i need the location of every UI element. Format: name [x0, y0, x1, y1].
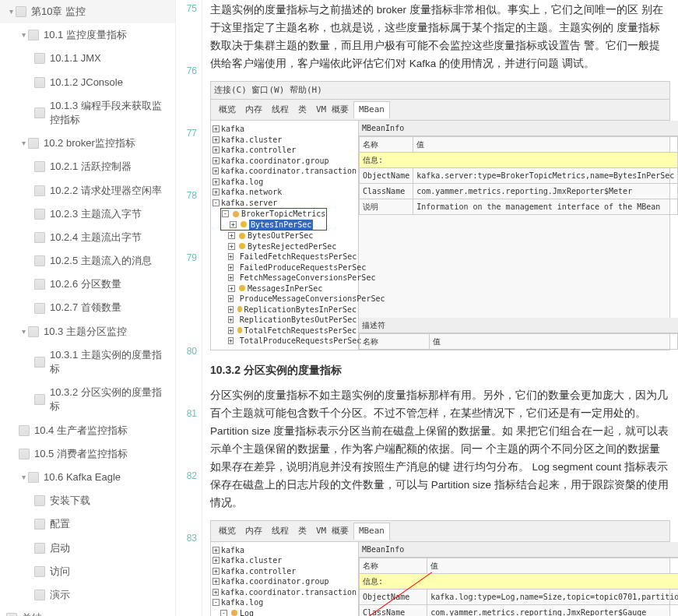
- mbean-tree-2: +kafka +kafka.cluster +kafka.controller …: [211, 542, 359, 616]
- main-content: 主题实例的度量指标与之前描述的 broker 度量指标非常相似。事实上，它们之间…: [202, 0, 678, 616]
- toc-summary[interactable]: 总结: [0, 607, 175, 616]
- toc-10-2-5[interactable]: 10.2.5 主题流入的消息: [0, 249, 175, 273]
- toc-10-3-2[interactable]: 10.3.2 分区实例的度量指标: [0, 381, 175, 418]
- line-number-gutter: 757677787980818283: [176, 0, 202, 616]
- mbean-tree: +kafka +kafka.cluster +kafka.controller …: [211, 121, 359, 350]
- toc-chapter-10[interactable]: ▾第10章 监控: [0, 0, 175, 23]
- jconsole-screenshot-2: 概览内存线程类VM 概要MBean +kafka +kafka.cluster …: [210, 520, 670, 616]
- toc-10-1-3[interactable]: 10.1.3 编程手段来获取监控指标: [0, 94, 175, 132]
- toc-10-2-1[interactable]: 10.2.1 活跃控制器: [0, 155, 175, 178]
- sidebar-toc[interactable]: ▾第10章 监控 ▾10.1 监控度量指标 10.1.1 JMX 10.1.2 …: [0, 0, 176, 616]
- jconsole-tabs-2: 概览内存线程类VM 概要MBean: [211, 521, 669, 542]
- toc-10-1[interactable]: ▾10.1 监控度量指标: [0, 23, 175, 47]
- toc-10-2[interactable]: ▾10.2 broker监控指标: [0, 132, 175, 155]
- toc-10-3[interactable]: ▾10.3 主题分区监控: [0, 320, 175, 343]
- jconsole-menu: 连接(C) 窗口(W) 帮助(H): [211, 82, 669, 100]
- toc-10-2-3[interactable]: 10.2.3 主题流入字节: [0, 202, 175, 226]
- heading-10-3-2: 10.3.2 分区实例的度量指标: [210, 361, 670, 380]
- toc-10-1-2[interactable]: 10.1.2 JConsole: [0, 71, 175, 94]
- paragraph-partition-metrics: 分区实例的度量指标不如主题实例的度量指标那样有用。另外，它们的数量会更加庞大，因…: [210, 387, 670, 512]
- mbean-details: MBeanInfo 名称值 信息: ObjectNamekafka.server…: [359, 121, 678, 350]
- toc-10-2-2[interactable]: 10.2.2 请求处理器空闲率: [0, 179, 175, 202]
- jconsole-screenshot-1: 连接(C) 窗口(W) 帮助(H) 概览内存线程类VM 概要MBean +kaf…: [210, 81, 670, 350]
- toc-10-6-3[interactable]: 启动: [0, 537, 175, 560]
- toc-10-1-1[interactable]: 10.1.1 JMX: [0, 47, 175, 70]
- toc-10-4[interactable]: 10.4 生产者监控指标: [0, 419, 175, 442]
- toc-10-6[interactable]: ▾10.6 Kafka Eagle: [0, 466, 175, 489]
- paragraph-topic-metrics: 主题实例的度量指标与之前描述的 broker 度量指标非常相似。事实上，它们之间…: [210, 2, 670, 73]
- toc-10-6-4[interactable]: 访问: [0, 560, 175, 583]
- toc-10-5[interactable]: 10.5 消费者监控指标: [0, 442, 175, 466]
- toc-10-2-6[interactable]: 10.2.6 分区数量: [0, 273, 175, 296]
- toc-10-6-5[interactable]: 演示: [0, 583, 175, 607]
- toc-10-2-4[interactable]: 10.2.4 主题流出字节: [0, 226, 175, 249]
- toc-10-6-2[interactable]: 配置: [0, 512, 175, 536]
- toc-10-3-1[interactable]: 10.3.1 主题实例的度量指标: [0, 343, 175, 381]
- jconsole-tabs: 概览内存线程类VM 概要MBean: [211, 100, 669, 121]
- mbean-details-2: MBeanInfo 名称值 信息: ObjectNamekafka.log:ty…: [359, 542, 678, 616]
- toc-10-6-1[interactable]: 安装下载: [0, 489, 175, 512]
- toc-10-2-7[interactable]: 10.2.7 首领数量: [0, 296, 175, 319]
